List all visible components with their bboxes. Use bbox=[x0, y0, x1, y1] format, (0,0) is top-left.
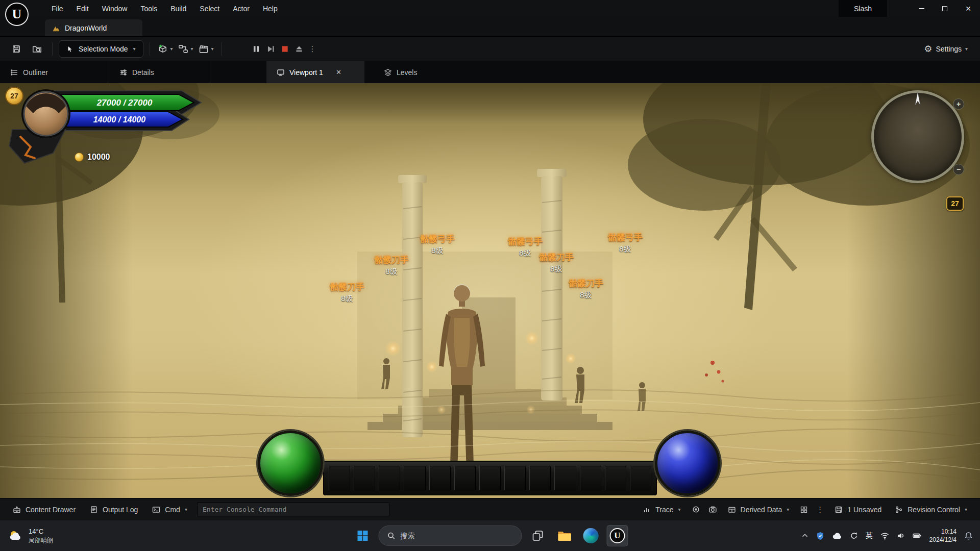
clock-date: 2024/12/4 bbox=[929, 536, 957, 544]
tab-viewport-1[interactable]: Viewport 1 ✕ bbox=[266, 61, 364, 83]
console-command-input[interactable] bbox=[197, 503, 389, 516]
action-slot[interactable] bbox=[630, 466, 651, 490]
selection-mode-dropdown[interactable]: Selection Mode ▾ bbox=[59, 40, 143, 58]
minimap-zoom-out-button[interactable]: − bbox=[953, 164, 964, 175]
task-name-label: Slash bbox=[839, 0, 887, 17]
unreal-logo-icon[interactable]: U bbox=[5, 3, 29, 26]
tab-outliner[interactable]: Outliner bbox=[0, 61, 108, 83]
action-slot[interactable] bbox=[529, 466, 551, 490]
close-button[interactable]: ✕ bbox=[957, 0, 980, 17]
tab-details[interactable]: Details bbox=[109, 61, 210, 83]
action-slot[interactable] bbox=[329, 466, 350, 490]
action-slot[interactable] bbox=[404, 466, 425, 490]
blueprints-dropdown[interactable]: ▾ bbox=[177, 40, 195, 58]
notification-bell-icon[interactable] bbox=[964, 532, 973, 540]
stats-target-button[interactable] bbox=[688, 498, 704, 520]
action-slot[interactable] bbox=[454, 466, 476, 490]
file-explorer-button[interactable] bbox=[554, 525, 575, 546]
task-view-button[interactable] bbox=[527, 525, 549, 546]
enemy-nameplate[interactable]: 骷髅刀手8级 bbox=[569, 278, 603, 300]
hidden-icons-chevron-icon[interactable] bbox=[801, 532, 808, 539]
menu-help[interactable]: Help bbox=[256, 3, 284, 15]
game-viewport[interactable]: 27000 / 27000 14000 / 14000 27 10000 + −… bbox=[0, 83, 980, 498]
folder-search-icon bbox=[32, 44, 42, 54]
action-slot[interactable] bbox=[554, 466, 576, 490]
enemy-nameplate[interactable]: 骷髅刀手8级 bbox=[374, 254, 409, 277]
action-slot[interactable] bbox=[504, 466, 526, 490]
screenshot-button[interactable] bbox=[704, 498, 721, 520]
enemy-nameplate[interactable]: 骷髅刀手8级 bbox=[539, 252, 574, 274]
eject-icon[interactable] bbox=[295, 44, 304, 54]
battery-icon[interactable] bbox=[913, 532, 922, 540]
cmd-dropdown[interactable]: Cmd ▾ bbox=[145, 498, 194, 520]
health-orb[interactable] bbox=[258, 431, 323, 496]
edge-browser-button[interactable] bbox=[580, 525, 602, 546]
chevron-down-icon: ▾ bbox=[191, 46, 193, 52]
security-shield-icon[interactable] bbox=[816, 532, 824, 540]
wifi-icon[interactable] bbox=[880, 532, 889, 540]
minimize-button[interactable] bbox=[910, 0, 933, 17]
weather-widget[interactable]: 14°C 局部晴朗 bbox=[0, 527, 53, 544]
kebab-menu-icon[interactable]: ⋮ bbox=[309, 45, 316, 53]
browse-content-button[interactable] bbox=[28, 40, 46, 58]
pause-icon[interactable] bbox=[252, 44, 261, 54]
insights-grid-button[interactable] bbox=[796, 498, 812, 520]
taskbar-search[interactable] bbox=[379, 525, 522, 546]
action-slot[interactable] bbox=[580, 466, 601, 490]
details-sliders-icon bbox=[119, 68, 128, 77]
enemy-nameplate[interactable]: 骷髅弓手8级 bbox=[508, 236, 543, 258]
minimap-zoom-in-button[interactable]: + bbox=[953, 98, 964, 110]
trace-dropdown[interactable]: Trace ▾ bbox=[636, 498, 687, 520]
speaker-icon[interactable] bbox=[897, 532, 905, 540]
minimap[interactable]: + − bbox=[871, 90, 964, 183]
unreal-engine-taskbar-button[interactable]: U bbox=[607, 525, 628, 546]
content-drawer-button[interactable]: Content Drawer bbox=[6, 498, 82, 520]
menu-select[interactable]: Select bbox=[193, 3, 226, 15]
toolbar-separator bbox=[52, 42, 53, 56]
menu-actor[interactable]: Actor bbox=[226, 3, 256, 15]
enemy-nameplate[interactable]: 骷髅弓手8级 bbox=[608, 232, 643, 254]
action-slot[interactable] bbox=[429, 466, 451, 490]
enemy-nameplate[interactable]: 骷髅刀手8级 bbox=[330, 281, 364, 304]
taskbar-search-input[interactable] bbox=[401, 532, 503, 540]
unsaved-button[interactable]: 1 Unsaved bbox=[828, 498, 888, 520]
menu-window[interactable]: Window bbox=[95, 3, 134, 15]
action-slot[interactable] bbox=[354, 466, 375, 490]
menu-build[interactable]: Build bbox=[164, 3, 193, 15]
close-tab-icon[interactable]: ✕ bbox=[336, 68, 341, 76]
menu-tools[interactable]: Tools bbox=[134, 3, 164, 15]
settings-dropdown[interactable]: ⚙ Settings ▾ bbox=[924, 43, 973, 55]
enemy-nameplate[interactable]: 骷髅弓手8级 bbox=[420, 233, 455, 256]
statusbar-kebab-button[interactable]: ⋮ bbox=[812, 498, 828, 520]
save-button[interactable] bbox=[7, 40, 26, 58]
gold-amount: 10000 bbox=[87, 153, 110, 162]
frame-skip-icon[interactable] bbox=[266, 44, 275, 54]
maximize-button[interactable] bbox=[933, 0, 957, 17]
output-log-button[interactable]: Output Log bbox=[83, 498, 144, 520]
player-unit-frame[interactable]: 27000 / 27000 14000 / 14000 27 bbox=[3, 86, 207, 185]
menu-edit[interactable]: Edit bbox=[70, 3, 95, 15]
menu-file[interactable]: File bbox=[45, 3, 70, 15]
derived-data-dropdown[interactable]: Derived Data ▾ bbox=[721, 498, 796, 520]
start-button[interactable] bbox=[352, 525, 374, 546]
main-toolbar: Selection Mode ▾ ▾ ▾ ▾ ⋮ ⚙ Settings ▾ bbox=[0, 36, 980, 61]
project-tab-dragonworld[interactable]: DragonWorld bbox=[45, 19, 142, 36]
action-slot[interactable] bbox=[479, 466, 501, 490]
taskbar-clock[interactable]: 10:14 2024/12/4 bbox=[929, 528, 957, 544]
sync-icon[interactable] bbox=[850, 532, 858, 540]
action-slot[interactable] bbox=[605, 466, 626, 490]
ime-indicator[interactable]: 英 bbox=[866, 531, 873, 540]
chevron-down-icon: ▾ bbox=[211, 46, 214, 52]
enemy-level: 8级 bbox=[569, 290, 603, 300]
onedrive-cloud-icon[interactable] bbox=[832, 532, 842, 539]
add-actor-dropdown[interactable]: ▾ bbox=[156, 40, 175, 58]
mana-orb[interactable] bbox=[655, 431, 720, 496]
revision-control-dropdown[interactable]: Revision Control ▾ bbox=[888, 498, 974, 520]
tab-outliner-label: Outliner bbox=[23, 68, 48, 77]
action-slot[interactable] bbox=[379, 466, 400, 490]
stop-icon[interactable] bbox=[280, 44, 289, 54]
cinematics-dropdown[interactable]: ▾ bbox=[197, 40, 215, 58]
enemy-name: 骷髅弓手 bbox=[608, 232, 643, 243]
tab-levels[interactable]: Levels bbox=[374, 61, 441, 83]
enemy-name: 骷髅刀手 bbox=[539, 252, 574, 263]
